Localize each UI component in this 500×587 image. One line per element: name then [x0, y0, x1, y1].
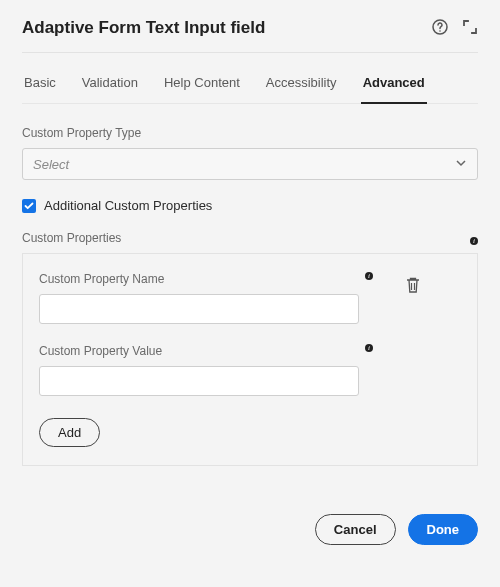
additional-custom-properties-checkbox[interactable]	[22, 199, 36, 213]
dialog-footer: Cancel Done	[22, 514, 478, 545]
additional-custom-properties-row: Additional Custom Properties	[22, 198, 478, 213]
info-icon[interactable]: i	[470, 237, 478, 245]
header-actions	[432, 19, 478, 38]
select-placeholder: Select	[33, 157, 69, 172]
done-button[interactable]: Done	[408, 514, 479, 545]
help-icon[interactable]	[432, 19, 448, 38]
custom-property-value-label: Custom Property Value	[39, 342, 461, 360]
value-row-head: Custom Property Value i	[39, 342, 461, 360]
name-row	[39, 294, 461, 324]
value-row	[39, 366, 461, 396]
info-icon[interactable]: i	[365, 272, 373, 280]
custom-property-name-input[interactable]	[39, 294, 359, 324]
dialog-header: Adaptive Form Text Input field	[22, 18, 478, 53]
tab-accessibility[interactable]: Accessibility	[264, 75, 339, 104]
custom-properties-header: Custom Properties i	[22, 231, 478, 245]
custom-properties-label: Custom Properties	[22, 231, 121, 245]
tab-advanced[interactable]: Advanced	[361, 75, 427, 104]
chevron-down-icon	[455, 157, 467, 172]
custom-property-card: Custom Property Name i Custom Property V…	[22, 253, 478, 466]
custom-property-name-label: Custom Property Name	[39, 270, 461, 288]
name-row-head: Custom Property Name i	[39, 270, 461, 288]
cancel-button[interactable]: Cancel	[315, 514, 396, 545]
custom-property-type-section: Custom Property Type Select	[22, 126, 478, 180]
tab-basic[interactable]: Basic	[22, 75, 58, 104]
custom-property-value-input[interactable]	[39, 366, 359, 396]
custom-property-type-select[interactable]: Select	[22, 148, 478, 180]
additional-custom-properties-label: Additional Custom Properties	[44, 198, 212, 213]
dialog-title: Adaptive Form Text Input field	[22, 18, 265, 38]
tab-help-content[interactable]: Help Content	[162, 75, 242, 104]
info-icon[interactable]: i	[365, 344, 373, 352]
custom-property-type-label: Custom Property Type	[22, 126, 478, 140]
fullscreen-icon[interactable]	[462, 19, 478, 38]
svg-point-1	[439, 30, 441, 32]
add-button[interactable]: Add	[39, 418, 100, 447]
dialog: Adaptive Form Text Input field Basic Val…	[0, 0, 500, 563]
tab-validation[interactable]: Validation	[80, 75, 140, 104]
tab-bar: Basic Validation Help Content Accessibil…	[22, 75, 478, 104]
